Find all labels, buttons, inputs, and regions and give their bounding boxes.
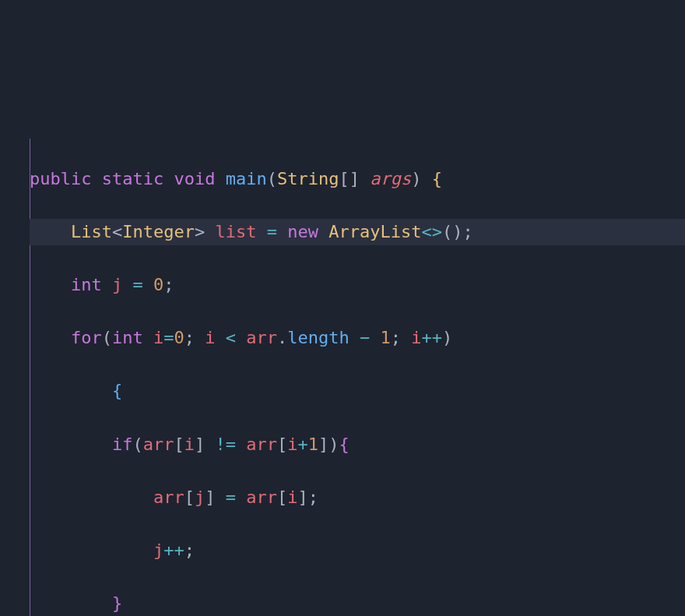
var-arr: arr: [246, 328, 277, 347]
keyword-void: void: [174, 169, 215, 188]
code-line: int j = 0;: [30, 272, 685, 298]
var-i: i: [153, 328, 163, 347]
var-j: j: [112, 275, 122, 294]
var-list: list: [215, 222, 256, 241]
code-line: List<Integer> list = new ArrayList<>();: [30, 219, 685, 245]
code-line: public static void main(String[] args) {: [30, 166, 685, 192]
code-line: {: [30, 378, 685, 404]
code-line: j++;: [30, 537, 685, 564]
code-line: arr[j] = arr[i];: [30, 484, 685, 511]
keyword-for: for: [71, 328, 102, 347]
type-string: String: [277, 169, 339, 188]
code-line: if(arr[i] != arr[i+1]){: [30, 431, 685, 458]
keyword-int: int: [71, 275, 102, 294]
code-editor[interactable]: public static void main(String[] args) {…: [6, 112, 685, 616]
number-one: 1: [380, 328, 390, 347]
number-zero: 0: [153, 275, 163, 294]
code-line: }: [30, 590, 685, 616]
method-main: main: [226, 169, 267, 188]
keyword-static: static: [102, 169, 163, 188]
prop-length: length: [287, 328, 349, 347]
type-integer: Integer: [122, 222, 195, 241]
keyword-if: if: [112, 435, 133, 454]
code-line: for(int i=0; i < arr.length − 1; i++): [30, 325, 685, 351]
keyword-new: new: [287, 222, 318, 241]
type-arraylist: ArrayList: [328, 222, 421, 241]
type-list: List: [71, 222, 112, 241]
keyword-public: public: [30, 169, 91, 188]
param-args: args: [370, 169, 411, 188]
